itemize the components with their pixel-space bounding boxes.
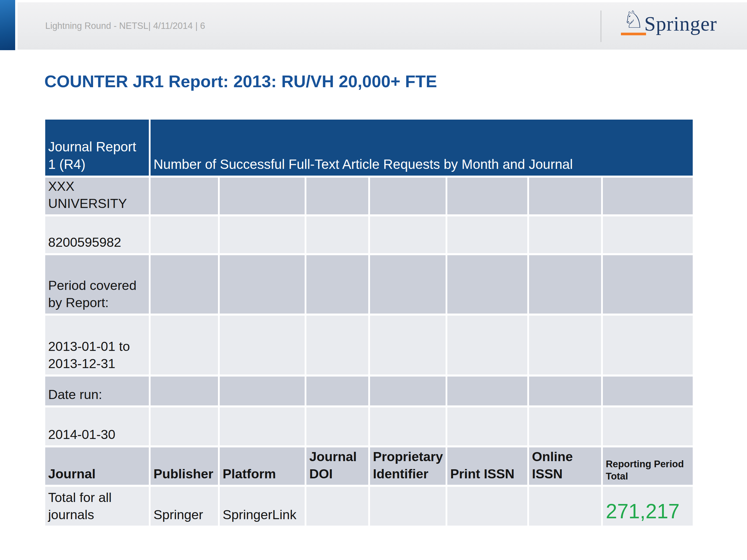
- total-journal-doi-cell: [306, 487, 368, 526]
- empty-cell: [447, 407, 527, 445]
- empty-cell: [370, 407, 445, 445]
- empty-cell: [151, 178, 218, 214]
- empty-cell: [220, 316, 305, 374]
- empty-cell: [220, 178, 305, 214]
- empty-cell: [603, 316, 693, 374]
- empty-cell: [370, 216, 445, 253]
- empty-cell: [306, 407, 368, 445]
- column-header-journal: Journal: [45, 447, 149, 485]
- empty-cell: [220, 255, 305, 314]
- total-print-issn-cell: [447, 487, 527, 526]
- column-header-print-issn: Print ISSN: [447, 447, 527, 485]
- empty-cell: [529, 216, 601, 253]
- info-label-cell: 2013-01-01 to 2013-12-31: [45, 316, 149, 374]
- empty-cell: [603, 178, 693, 214]
- empty-cell: [603, 216, 693, 253]
- info-label-cell: Date run:: [45, 377, 149, 405]
- empty-cell: [306, 316, 368, 374]
- empty-cell: [151, 216, 218, 253]
- empty-cell: [370, 178, 445, 214]
- empty-cell: [603, 377, 693, 405]
- empty-cell: [603, 255, 693, 314]
- empty-cell: [306, 216, 368, 253]
- springer-horse-icon: ♘: [623, 7, 644, 31]
- column-header-proprietary-identifier: Proprietary Identifier: [370, 447, 445, 485]
- counter-jr1-report-table: Journal Report 1 (R4) Number of Successf…: [45, 119, 693, 526]
- empty-cell: [306, 178, 368, 214]
- empty-cell: [220, 407, 305, 445]
- empty-cell: [306, 377, 368, 405]
- column-header-journal-doi: Journal DOI: [306, 447, 368, 485]
- slide-header-bar: Lightning Round - NETSL| 4/11/2014 | 6 ♘…: [18, 2, 747, 50]
- empty-cell: [447, 377, 527, 405]
- column-header-reporting-period-total: Reporting Period Total: [603, 447, 693, 485]
- info-label-cell: 2014-01-30: [45, 407, 149, 445]
- empty-cell: [370, 377, 445, 405]
- report-description-cell: Number of Successful Full-Text Article R…: [151, 119, 693, 176]
- report-label-cell: Journal Report 1 (R4): [45, 119, 149, 176]
- logo-orange-underline-icon: [621, 33, 646, 35]
- empty-cell: [151, 407, 218, 445]
- empty-cell: [447, 216, 527, 253]
- empty-cell: [151, 255, 218, 314]
- total-journal-cell: Total for all journals: [45, 487, 149, 526]
- empty-cell: [220, 377, 305, 405]
- empty-cell: [306, 255, 368, 314]
- column-header-platform: Platform: [220, 447, 305, 485]
- column-header-publisher: Publisher: [151, 447, 218, 485]
- empty-cell: [151, 316, 218, 374]
- slide-title: COUNTER JR1 Report: 2013: RU/VH 20,000+ …: [44, 72, 437, 91]
- springer-logo: ♘: [621, 7, 646, 35]
- empty-cell: [529, 255, 601, 314]
- empty-cell: [151, 377, 218, 405]
- empty-cell: [370, 255, 445, 314]
- reporting-period-total-value: 271,217: [603, 487, 693, 526]
- empty-cell: [529, 316, 601, 374]
- empty-cell: [447, 178, 527, 214]
- total-online-issn-cell: [529, 487, 601, 526]
- info-label-cell: Period covered by Report:: [45, 255, 149, 314]
- info-label-cell: XXX UNIVERSITY: [45, 178, 149, 214]
- column-header-online-issn: Online ISSN: [529, 447, 601, 485]
- total-platform-cell: SpringerLink: [220, 487, 305, 526]
- slide-footer-text: Lightning Round - NETSL| 4/11/2014 | 6: [45, 2, 205, 50]
- empty-cell: [529, 407, 601, 445]
- empty-cell: [447, 255, 527, 314]
- empty-cell: [370, 316, 445, 374]
- empty-cell: [529, 178, 601, 214]
- total-proprietary-identifier-cell: [370, 487, 445, 526]
- empty-cell: [220, 216, 305, 253]
- empty-cell: [603, 407, 693, 445]
- empty-cell: [529, 377, 601, 405]
- total-publisher-cell: Springer: [151, 487, 218, 526]
- header-divider: [600, 10, 601, 42]
- corner-accent-bar: [0, 0, 15, 50]
- empty-cell: [447, 316, 527, 374]
- info-label-cell: 8200595982: [45, 216, 149, 253]
- springer-logo-text: Springer: [644, 2, 717, 46]
